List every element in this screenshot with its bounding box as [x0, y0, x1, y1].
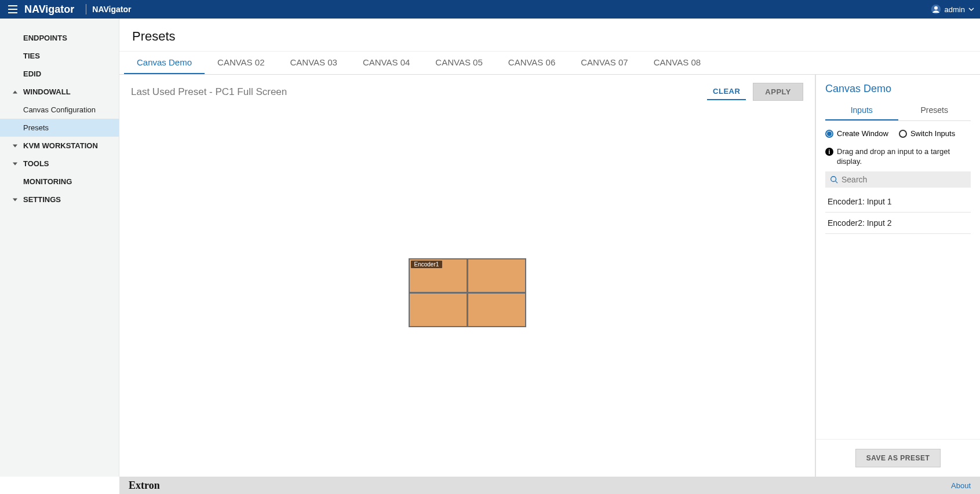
sidebar-item-edid[interactable]: EDID [0, 65, 119, 83]
wall-cell-2[interactable] [468, 259, 525, 292]
svg-point-5 [831, 177, 836, 182]
chevron-down-icon [968, 6, 974, 12]
sidebar-nav: ENDPOINTS TIES EDID WINDOWALL Canvas Con… [0, 19, 119, 477]
tab-canvas-05[interactable]: CANVAS 05 [422, 52, 495, 74]
user-menu-button[interactable]: admin [931, 4, 974, 14]
svg-point-4 [934, 6, 938, 10]
about-link[interactable]: About [951, 481, 971, 490]
wall-cell-1[interactable]: Encoder1 [410, 259, 467, 292]
user-name: admin [945, 5, 965, 14]
hamburger-icon [8, 5, 17, 13]
tab-canvas-07[interactable]: CANVAS 07 [568, 52, 640, 74]
radio-switch-inputs[interactable]: Switch Inputs [899, 129, 955, 138]
save-as-preset-button[interactable]: SAVE AS PRESET [855, 449, 941, 467]
search-input[interactable] [841, 175, 966, 184]
encoder-chip[interactable]: Encoder1 [411, 261, 443, 268]
panel-tab-inputs[interactable]: Inputs [825, 101, 898, 120]
tab-canvas-02[interactable]: CANVAS 02 [205, 52, 277, 74]
page-title: Presets [119, 19, 980, 51]
sidebar-item-ties[interactable]: TIES [0, 47, 119, 65]
svg-line-6 [836, 181, 838, 183]
panel-title: Canvas Demo [816, 75, 980, 101]
sidebar-item-presets[interactable]: Presets [0, 119, 119, 137]
radio-create-window-label: Create Window [837, 129, 888, 138]
wall-cell-4[interactable] [468, 294, 525, 326]
footer-logo: Extron [129, 480, 160, 492]
drag-hint: i Drag and drop an input to a target dis… [816, 144, 980, 171]
user-icon [931, 4, 941, 14]
input-list: Encoder1: Input 1 Encoder2: Input 2 [825, 191, 971, 234]
tab-canvas-08[interactable]: CANVAS 08 [641, 52, 713, 74]
info-icon: i [825, 148, 833, 156]
tab-canvas-06[interactable]: CANVAS 06 [496, 52, 568, 74]
tab-canvas-demo[interactable]: Canvas Demo [124, 52, 205, 74]
search-icon [830, 175, 838, 184]
tab-canvas-03[interactable]: CANVAS 03 [277, 52, 349, 74]
clear-button[interactable]: CLEAR [707, 83, 746, 100]
radio-switch-inputs-label: Switch Inputs [910, 129, 955, 138]
apply-button[interactable]: APPLY [753, 83, 803, 101]
radio-unchecked-icon [899, 130, 907, 138]
canvas-editor: Last Used Preset - PC1 Full Screen CLEAR… [119, 75, 815, 477]
list-item[interactable]: Encoder1: Input 1 [825, 191, 971, 213]
sidebar-item-monitoring[interactable]: MONITORING [0, 173, 119, 191]
header-divider [86, 4, 86, 14]
wall-cell-3[interactable] [410, 294, 467, 326]
main-content: Presets Canvas Demo CANVAS 02 CANVAS 03 … [119, 19, 980, 477]
search-field-wrap[interactable] [825, 171, 971, 188]
sidebar-item-canvas-configuration[interactable]: Canvas Configuration [0, 101, 119, 119]
sidebar-item-endpoints[interactable]: ENDPOINTS [0, 29, 119, 47]
tab-canvas-04[interactable]: CANVAS 04 [350, 52, 422, 74]
sidebar-item-windowall[interactable]: WINDOWALL [0, 83, 119, 101]
brand-title: NAVigator [24, 3, 74, 16]
app-header: NAVigator NAVigator admin [0, 0, 980, 19]
brand-subtitle: NAVigator [92, 5, 131, 14]
app-footer: Extron About [119, 477, 980, 494]
video-wall-grid[interactable]: Encoder1 [409, 258, 526, 327]
panel-tab-presets[interactable]: Presets [898, 101, 971, 120]
list-item[interactable]: Encoder2: Input 2 [825, 213, 971, 234]
last-used-preset-label: Last Used Preset - PC1 Full Screen [131, 86, 700, 98]
radio-create-window[interactable]: Create Window [825, 129, 888, 138]
hamburger-menu-button[interactable] [6, 2, 20, 16]
sidebar-item-kvm-workstation[interactable]: KVM WORKSTATION [0, 137, 119, 155]
radio-checked-icon [825, 130, 833, 138]
inputs-panel: Canvas Demo Inputs Presets Create Window… [815, 75, 980, 477]
drag-hint-text: Drag and drop an input to a target displ… [837, 147, 971, 167]
sidebar-item-tools[interactable]: TOOLS [0, 155, 119, 173]
canvas-tabbar: Canvas Demo CANVAS 02 CANVAS 03 CANVAS 0… [119, 51, 980, 75]
sidebar-item-settings[interactable]: SETTINGS [0, 191, 119, 208]
